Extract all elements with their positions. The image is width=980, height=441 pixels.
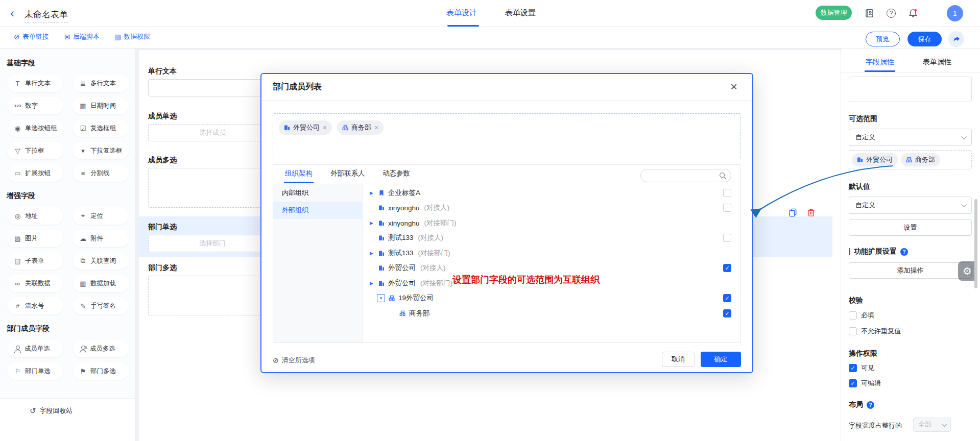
contacts-icon[interactable] bbox=[863, 7, 875, 19]
panel-selected-tags-area[interactable]: 外贸公司 品 商务部 bbox=[849, 150, 972, 169]
expand-icon[interactable]: ▶ bbox=[370, 281, 375, 286]
cancel-button[interactable]: 取消 bbox=[662, 352, 695, 367]
collapse-icon[interactable]: ▼ bbox=[377, 294, 385, 302]
settings-button[interactable]: 设置 bbox=[849, 219, 972, 236]
field-recycle-bin[interactable]: ↺ 字段回收站 bbox=[30, 406, 73, 415]
palette-item-image[interactable]: ▨图片 bbox=[7, 230, 63, 247]
selected-tag-shangwubu[interactable]: 品 商务部 × bbox=[337, 120, 384, 135]
palette-item-data-load[interactable]: ▥数据加载 bbox=[73, 275, 129, 292]
palette-item-dept-single[interactable]: ⚐部门单选 bbox=[7, 362, 63, 380]
expand-icon[interactable]: ▶ bbox=[370, 251, 375, 256]
palette-item-linked-data[interactable]: ∞关联数据 bbox=[7, 275, 63, 292]
expand-icon[interactable]: ▶ bbox=[370, 190, 375, 195]
panel-scrollbar[interactable] bbox=[974, 199, 977, 288]
field-input-member-multi[interactable] bbox=[148, 168, 277, 208]
tree-checkbox[interactable] bbox=[723, 204, 731, 212]
side-item-external-org[interactable]: 外部组织 bbox=[273, 202, 363, 219]
tree-item-waimao-contact[interactable]: ▶ 外贸公司(对接人) bbox=[370, 261, 446, 275]
widget-gear-icon[interactable]: ⚙ bbox=[958, 261, 976, 281]
checkbox-checked-icon[interactable] bbox=[849, 379, 857, 387]
tree-item-test133-contact[interactable]: ▶ 测试133(对接人) bbox=[370, 231, 443, 245]
back-icon[interactable]: ‹ bbox=[10, 7, 14, 20]
palette-item-divider[interactable]: ≡分割线 bbox=[73, 164, 129, 182]
remove-tag-icon[interactable]: × bbox=[374, 124, 378, 132]
help-badge-icon[interactable]: ? bbox=[900, 248, 908, 256]
delete-field-button[interactable] bbox=[805, 206, 817, 218]
tree-checkbox[interactable] bbox=[723, 264, 731, 272]
panel-tab-form-props[interactable]: 表单属性 bbox=[923, 58, 951, 67]
palette-item-expand-button[interactable]: ▭扩展按钮 bbox=[7, 164, 63, 182]
field-width-select[interactable]: 全部 bbox=[913, 418, 951, 432]
field-input-dept-single[interactable]: 选择部门 bbox=[148, 235, 277, 252]
checkbox-icon[interactable] bbox=[849, 327, 857, 335]
modal-tab-org-structure[interactable]: 组织架构 bbox=[285, 169, 313, 178]
tree-item-19waimao[interactable]: ▼ 品 19外贸公司 bbox=[377, 291, 438, 305]
tree-item-shangwubu[interactable]: 品 商务部 bbox=[399, 306, 435, 321]
panel-tag-shangwubu[interactable]: 品 商务部 bbox=[901, 153, 940, 166]
expand-icon[interactable]: ▶ bbox=[370, 220, 375, 226]
share-button[interactable] bbox=[948, 31, 964, 47]
tree-checkbox[interactable] bbox=[723, 309, 731, 317]
form-title[interactable]: 未命名表单 bbox=[25, 9, 68, 23]
tree-checkbox[interactable] bbox=[723, 234, 731, 242]
copy-field-button[interactable] bbox=[786, 206, 799, 218]
tree-item-enterprise-tag-a[interactable]: ▶ 企业标签A bbox=[370, 186, 425, 200]
palette-item-select[interactable]: ▽下拉框 bbox=[7, 142, 63, 159]
panel-tag-waimao[interactable]: 外贸公司 bbox=[852, 153, 898, 166]
tab-form-settings[interactable]: 表单设置 bbox=[505, 8, 536, 18]
close-icon[interactable]: × bbox=[730, 81, 737, 93]
tree-item-test133-dept[interactable]: ▶ 测试133(对接部门) bbox=[370, 246, 450, 260]
palette-item-member-multi[interactable]: 成员多选 bbox=[73, 340, 129, 357]
preview-button[interactable]: 预览 bbox=[866, 32, 900, 46]
palette-item-serial-number[interactable]: #流水号 bbox=[7, 297, 63, 314]
optional-range-select[interactable]: 自定义 bbox=[849, 129, 972, 146]
help-icon[interactable]: ? bbox=[885, 7, 897, 19]
tree-item-xinyonghu-contact[interactable]: ▶ xinyonghu(对接人) bbox=[370, 201, 449, 215]
field-input-single-line[interactable] bbox=[148, 79, 277, 96]
remove-tag-icon[interactable]: × bbox=[323, 124, 327, 132]
tree-item-xinyonghu-dept[interactable]: ▶ xinyonghu(对接部门) bbox=[370, 216, 457, 230]
palette-item-lookup-query[interactable]: ⧉关联查询 bbox=[73, 252, 129, 270]
confirm-button[interactable]: 确定 bbox=[701, 352, 741, 367]
checkbox-checked-icon[interactable] bbox=[849, 364, 857, 372]
scrolled-field-box[interactable] bbox=[849, 77, 972, 102]
modal-tab-external-contacts[interactable]: 外部联系人 bbox=[330, 169, 365, 178]
editable-checkbox[interactable]: 可编辑 bbox=[849, 379, 881, 388]
clear-selection-button[interactable]: ⊘ 清空所选项 bbox=[273, 356, 315, 365]
search-input[interactable] bbox=[640, 169, 731, 182]
palette-item-member-single[interactable]: 成员单选 bbox=[7, 340, 63, 357]
form-link-button[interactable]: ⊘表单链接 bbox=[14, 32, 49, 41]
palette-item-address[interactable]: ◎地址 bbox=[7, 207, 63, 225]
palette-item-multi-line-text[interactable]: ≣多行文本 bbox=[73, 75, 129, 92]
tree-checkbox[interactable] bbox=[723, 189, 731, 197]
palette-item-number[interactable]: 123数字 bbox=[7, 97, 63, 114]
backend-script-button[interactable]: ⊠后端脚本 bbox=[64, 32, 100, 41]
notification-bell-icon[interactable] bbox=[907, 7, 919, 19]
palette-item-radio-group[interactable]: ◉单选按钮组 bbox=[7, 119, 63, 137]
add-action-button[interactable]: 添加操作 bbox=[849, 262, 972, 279]
save-button[interactable]: 保存 bbox=[907, 32, 942, 46]
field-input-dept-multi[interactable] bbox=[148, 276, 277, 315]
data-permission-button[interactable]: ▥数据权限 bbox=[114, 32, 150, 41]
avatar[interactable]: 1 bbox=[947, 5, 963, 21]
no-duplicate-checkbox[interactable]: 不允许重复值 bbox=[849, 327, 901, 336]
palette-item-single-line-text[interactable]: T单行文本 bbox=[7, 75, 63, 92]
modal-tab-dynamic-params[interactable]: 动态参数 bbox=[383, 169, 410, 178]
palette-item-multi-select[interactable]: ▾下拉复选框 bbox=[73, 142, 129, 159]
checkbox-icon[interactable] bbox=[849, 311, 857, 320]
tree-checkbox[interactable] bbox=[723, 294, 731, 302]
palette-item-location[interactable]: ⌖定位 bbox=[73, 207, 129, 225]
visible-checkbox[interactable]: 可见 bbox=[849, 363, 874, 373]
palette-item-signature[interactable]: ✎手写签名 bbox=[73, 297, 129, 314]
help-badge-icon[interactable]: ? bbox=[867, 401, 874, 409]
palette-item-dept-multi[interactable]: ⚑部门多选 bbox=[73, 362, 129, 380]
side-item-internal-org[interactable]: 内部组织 bbox=[273, 184, 363, 202]
palette-item-attachment[interactable]: ☁附件 bbox=[73, 230, 129, 247]
default-value-select[interactable]: 自定义 bbox=[849, 197, 972, 214]
palette-item-checkbox-group[interactable]: ☑复选框组 bbox=[73, 119, 129, 137]
panel-tab-field-props[interactable]: 字段属性 bbox=[866, 58, 894, 67]
selected-tag-waimao[interactable]: 外贸公司 × bbox=[279, 120, 332, 135]
required-checkbox[interactable]: 必填 bbox=[849, 311, 874, 320]
palette-item-datetime[interactable]: ▦日期时间 bbox=[73, 97, 129, 114]
field-input-member-single[interactable]: 选择成员 bbox=[148, 124, 277, 141]
